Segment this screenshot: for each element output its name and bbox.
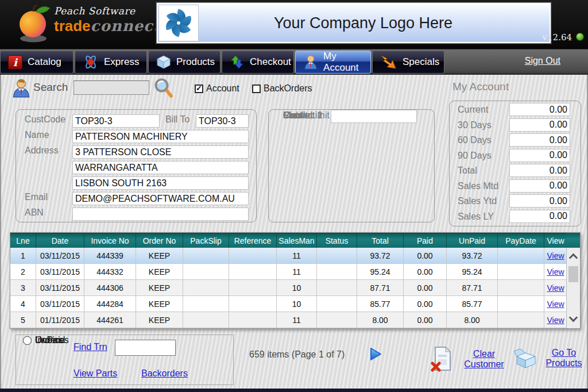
table-row[interactable]: 3 03/11/2015 444306 KEEP 10 87.71 0.00 8… <box>10 280 580 296</box>
name-label: Name <box>25 130 49 140</box>
connection-status-indicator <box>576 33 584 41</box>
tab-label: Checkout <box>250 56 291 68</box>
tab-products[interactable]: Products <box>148 51 220 74</box>
content-area: Search Account BackOrders My Account Cus… <box>0 75 588 389</box>
custcode-field[interactable] <box>72 114 160 128</box>
box-icon <box>156 55 171 70</box>
view-link[interactable]: View <box>547 316 564 325</box>
find-trn-input[interactable] <box>115 340 176 356</box>
tab-checkout[interactable]: Checkout <box>222 51 294 74</box>
address2-field[interactable] <box>72 161 249 174</box>
banner-placeholder-text: Your Company Logo Here <box>199 14 551 32</box>
account-checkbox[interactable]: Account <box>195 83 239 94</box>
view-link[interactable]: View <box>547 299 564 309</box>
scroll-up-icon[interactable] <box>570 253 576 259</box>
sign-out-link[interactable]: Sign Out <box>525 56 560 66</box>
cell-invoice-no: 444339 <box>84 248 136 264</box>
cell-paydate <box>498 312 544 328</box>
brand-trade: trade <box>54 17 91 34</box>
backorders-checkbox-box <box>252 84 261 93</box>
billto-field[interactable] <box>196 114 249 128</box>
view-link[interactable]: View <box>547 251 564 260</box>
view-link[interactable]: View <box>547 283 564 293</box>
cell-paydate <box>498 248 544 264</box>
cell-order-no: KEEP <box>136 312 183 328</box>
cell-status <box>317 296 357 312</box>
cell-paid: 0.00 <box>404 264 447 280</box>
brand-connect: connect <box>91 17 161 34</box>
find-trn-link[interactable]: Find Trn <box>74 342 107 352</box>
name-field[interactable] <box>72 130 249 143</box>
scrollbar-track[interactable] <box>566 248 580 328</box>
go-to-products-icon[interactable] <box>513 347 537 369</box>
table-header-row: Lne Date Invoice No Order No PackSlip Re… <box>10 233 580 248</box>
cell-total: 85.77 <box>357 296 404 312</box>
bottom-border-bar <box>0 389 588 392</box>
cell-packslip <box>183 296 229 312</box>
address1-field[interactable] <box>72 145 249 159</box>
cell-salesman: 11 <box>277 264 317 280</box>
balance-row: Sales LY <box>457 208 574 224</box>
cell-order-no: KEEP <box>136 296 183 312</box>
my-account-panel-title: My Account <box>452 80 509 93</box>
col-header-reference: Reference <box>229 233 277 248</box>
balance-label: Total <box>458 166 477 176</box>
cell-paid: 0.00 <box>404 248 447 264</box>
email-field[interactable] <box>72 192 249 205</box>
info-icon <box>8 55 22 70</box>
tab-label: Express <box>104 56 139 68</box>
backorders-link[interactable]: Backorders <box>141 368 188 379</box>
address3-field[interactable] <box>72 176 249 190</box>
search-input[interactable] <box>74 80 149 95</box>
cell-paydate <box>498 296 544 312</box>
table-row[interactable]: 5 01/11/2015 444261 KEEP 11 8.00 0.00 8.… <box>10 312 580 328</box>
clear-customer-icon[interactable] <box>431 346 454 372</box>
scrollbar-thumb[interactable] <box>568 266 578 282</box>
cell-lne: 3 <box>10 280 36 296</box>
contact-field[interactable] <box>331 110 417 123</box>
cell-order-no: KEEP <box>136 264 183 280</box>
tab-my-account[interactable]: My Account <box>295 51 371 74</box>
tab-label: Products <box>176 56 215 68</box>
next-page-icon[interactable] <box>369 347 382 362</box>
go-to-products-link[interactable]: Go To Products <box>543 348 585 369</box>
abn-field[interactable] <box>72 207 249 221</box>
view-parts-link[interactable]: View Parts <box>74 368 117 379</box>
customer-person-icon <box>11 78 31 98</box>
peach-logo-icon <box>17 3 53 44</box>
tab-catalog[interactable]: Catalog <box>0 51 74 74</box>
table-row[interactable]: 4 03/11/2015 444284 KEEP 10 85.77 0.00 8… <box>10 296 580 312</box>
cell-reference <box>229 264 277 280</box>
address-label: Address <box>25 145 59 156</box>
balance-label: Sales LY <box>458 212 494 222</box>
table-row[interactable]: 1 03/11/2015 444339 KEEP 11 93.72 0.00 9… <box>10 248 580 264</box>
balance-value <box>509 149 570 162</box>
cell-total: 95.24 <box>357 264 404 280</box>
cell-status <box>317 248 357 264</box>
view-link[interactable]: View <box>547 267 564 276</box>
spiral-logo-icon <box>162 6 195 40</box>
tab-specials[interactable]: Specials <box>372 51 444 74</box>
cell-salesman: 11 <box>277 248 317 264</box>
tab-express[interactable]: Express <box>75 51 147 74</box>
tab-label: Specials <box>403 56 439 68</box>
search-magnifier-icon[interactable] <box>154 78 173 98</box>
main-nav: Catalog Express Products Checkout <box>0 49 588 75</box>
backorders-checkbox[interactable]: BackOrders <box>252 83 312 94</box>
clear-customer-link[interactable]: Clear Customer <box>459 349 509 370</box>
table-scrollbar <box>566 233 580 328</box>
scrollbar-header-cap <box>566 233 580 248</box>
scroll-down-icon[interactable] <box>570 316 576 321</box>
table-row[interactable]: 2 03/11/2015 444332 KEEP 11 95.24 0.00 9… <box>10 264 580 280</box>
clear-customer-group: Clear Customer <box>431 346 509 372</box>
transactions-table: Lne Date Invoice No Order No PackSlip Re… <box>10 232 581 329</box>
cell-total: 8.00 <box>357 312 404 328</box>
balance-value <box>509 194 570 207</box>
brand-line-top: Peach Software <box>54 5 161 17</box>
cell-paid: 0.00 <box>404 280 447 296</box>
checkout-arrows-icon <box>230 55 245 70</box>
cell-date: 01/11/2015 <box>36 312 84 328</box>
cell-lne: 2 <box>10 264 36 280</box>
filter-radio-option[interactable]: Orders <box>23 335 63 345</box>
col-header-paid: Paid <box>404 233 447 248</box>
